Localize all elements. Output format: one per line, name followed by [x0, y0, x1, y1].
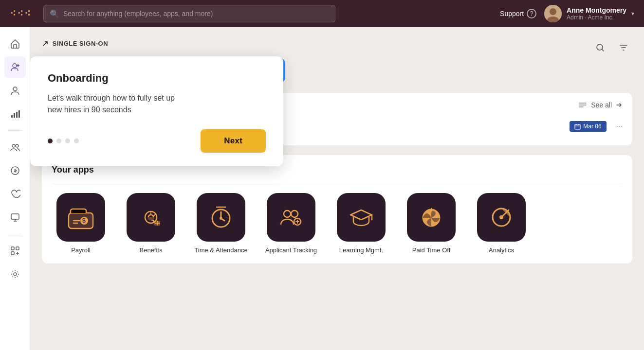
- sidebar-item-home[interactable]: [4, 33, 26, 54]
- app-icon-applicant-tracking: [267, 193, 315, 242]
- svg-point-10: [16, 144, 18, 147]
- app-item-time-attendance[interactable]: Time & Attendance: [192, 193, 250, 254]
- user-role: Admin · Acme Inc.: [567, 14, 626, 21]
- app-item-payroll[interactable]: $ Payroll: [52, 193, 110, 254]
- top-nav: ⁖⁖⁖ 🔍 Search for anything (employees, ap…: [0, 0, 644, 27]
- see-all-label: See all: [591, 101, 612, 109]
- svg-point-52: [284, 210, 291, 217]
- logo-icon: ⁖⁖⁖: [10, 7, 32, 20]
- svg-point-51: [220, 217, 222, 220]
- svg-rect-42: [575, 124, 580, 129]
- support-button[interactable]: Support ?: [500, 9, 536, 18]
- app-icon-benefits: [127, 193, 175, 242]
- sidebar: [0, 27, 30, 350]
- svg-rect-15: [11, 252, 14, 255]
- search-placeholder: Search for anything (employees, apps, an…: [63, 10, 213, 18]
- sidebar-item-reports[interactable]: [4, 103, 26, 124]
- app-label-benefits: Benefits: [140, 246, 163, 254]
- app-label-applicant-tracking: Applicant Tracking: [265, 246, 317, 254]
- sidebar-item-add-employee[interactable]: [4, 56, 26, 78]
- svg-rect-7: [16, 112, 18, 118]
- svg-rect-5: [11, 115, 13, 118]
- apps-section: Your apps $ Payroll Benefits: [42, 155, 632, 263]
- sidebar-item-payroll[interactable]: [4, 160, 26, 181]
- sidebar-item-teams[interactable]: [4, 137, 26, 158]
- avatar: [544, 5, 562, 22]
- support-circle-icon: ?: [527, 9, 536, 18]
- user-name: Anne Montgomery: [567, 6, 626, 14]
- svg-rect-14: [16, 247, 19, 250]
- svg-rect-6: [14, 113, 15, 118]
- user-menu[interactable]: Anne Montgomery Admin · Acme Inc. ▾: [544, 5, 634, 22]
- svg-point-53: [291, 210, 298, 217]
- svg-point-4: [13, 87, 17, 91]
- app-item-paid-time-off[interactable]: Paid Time Off: [402, 193, 460, 254]
- sidebar-item-device[interactable]: [4, 207, 26, 228]
- onboarding-title: Onboarding: [48, 72, 266, 85]
- filter-button[interactable]: [615, 39, 632, 56]
- search-button[interactable]: [591, 39, 609, 56]
- app-item-analytics[interactable]: Analytics: [472, 193, 531, 254]
- app-label-payroll: Payroll: [71, 246, 91, 254]
- dot-3: [65, 139, 70, 143]
- app-icon-time-attendance: [197, 193, 245, 242]
- support-label: Support: [500, 10, 524, 18]
- search-bar[interactable]: 🔍 Search for anything (employees, apps, …: [43, 5, 335, 22]
- svg-rect-8: [18, 110, 20, 118]
- dot-2: [56, 139, 61, 143]
- svg-point-16: [14, 273, 17, 276]
- app-label-time-attendance: Time & Attendance: [194, 246, 247, 254]
- task-date-badge: Mar 06: [570, 121, 606, 132]
- app-label-paid-time-off: Paid Time Off: [412, 246, 451, 254]
- svg-point-1: [550, 8, 556, 15]
- dot-4: [74, 139, 79, 143]
- app-item-learning-mgmt[interactable]: Learning Mgmt.: [332, 193, 390, 254]
- sso-arrow-icon: ↗: [42, 39, 49, 48]
- app-icon-analytics: [477, 193, 526, 242]
- top-actions: [591, 39, 632, 56]
- sidebar-divider-2: [8, 234, 22, 234]
- dot-1: [48, 139, 53, 143]
- sidebar-divider-1: [8, 130, 22, 131]
- svg-point-3: [13, 64, 17, 68]
- sso-label: SINGLE SIGN-ON: [53, 40, 109, 47]
- app-label-learning-mgmt: Learning Mgmt.: [339, 246, 383, 254]
- sidebar-item-employees[interactable]: [4, 80, 26, 101]
- app-item-benefits[interactable]: Benefits: [122, 193, 180, 254]
- svg-rect-13: [11, 247, 14, 250]
- sidebar-item-benefits[interactable]: [4, 183, 26, 205]
- nav-right: Support ? Anne Montgomery Admin · Acme I…: [500, 5, 634, 22]
- apps-divider: [52, 183, 623, 183]
- task-more-button[interactable]: ···: [616, 122, 623, 131]
- app-label-analytics: Analytics: [489, 246, 514, 254]
- chevron-down-icon: ▾: [631, 10, 634, 17]
- sidebar-item-settings[interactable]: [4, 263, 26, 285]
- next-button[interactable]: Next: [201, 129, 266, 153]
- sso-banner[interactable]: ↗ SINGLE SIGN-ON: [42, 39, 632, 48]
- search-icon: 🔍: [50, 9, 59, 18]
- onboarding-popup: Onboarding Let's walk through how to ful…: [30, 56, 283, 166]
- app-icon-payroll: $: [56, 193, 105, 242]
- onboarding-dots: [48, 139, 79, 143]
- main-content: ↗ SINGLE SIGN-ON: [30, 27, 644, 350]
- svg-text:$: $: [82, 217, 86, 224]
- apps-grid: $ Payroll Benefits Time & Attendance: [52, 193, 623, 254]
- app-icon-learning-mgmt: [337, 193, 386, 242]
- apps-title: Your apps: [52, 165, 623, 175]
- task-date: Mar 06: [583, 123, 601, 130]
- sidebar-item-apps[interactable]: [4, 240, 26, 262]
- app-item-applicant-tracking[interactable]: Applicant Tracking: [262, 193, 320, 254]
- svg-rect-12: [11, 214, 19, 219]
- onboarding-footer: Next: [48, 129, 266, 153]
- user-details: Anne Montgomery Admin · Acme Inc.: [567, 6, 626, 21]
- svg-point-9: [12, 144, 15, 147]
- onboarding-description: Let's walk through how to fully set up n…: [48, 92, 266, 116]
- see-all-button[interactable]: See all: [591, 101, 623, 109]
- app-icon-paid-time-off: [407, 193, 456, 242]
